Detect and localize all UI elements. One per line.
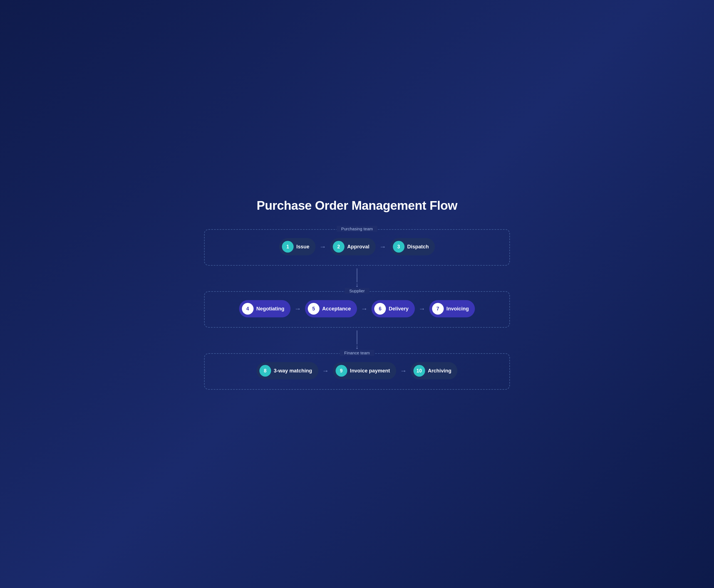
step-number-1: 1 bbox=[282, 241, 294, 253]
arrow-down: ↓ bbox=[355, 281, 359, 289]
swimlane-label-purchasing: Purchasing team bbox=[337, 226, 377, 232]
step-arrow: → bbox=[400, 367, 407, 375]
vertical-connector: ↓ bbox=[355, 268, 359, 289]
step-pill-1: 1Issue bbox=[279, 238, 316, 255]
arrow-down: ↓ bbox=[355, 343, 359, 351]
step-label-6: Delivery bbox=[389, 306, 409, 312]
step-number-3: 3 bbox=[393, 241, 405, 253]
step-pill-9: 9Invoice payment bbox=[333, 362, 396, 379]
step-number-7: 7 bbox=[432, 303, 444, 315]
step-number-9: 9 bbox=[336, 365, 347, 377]
step-label-5: Acceptance bbox=[322, 306, 351, 312]
step-pill-4: 4Negotiating bbox=[239, 300, 290, 317]
step-arrow: → bbox=[320, 243, 326, 251]
step-label-4: Negotiating bbox=[256, 306, 284, 312]
step-pill-2: 2Approval bbox=[330, 238, 376, 255]
step-number-6: 6 bbox=[374, 303, 386, 315]
step-arrow: → bbox=[419, 305, 426, 313]
steps-row-supplier: 4Negotiating→5Acceptance→6Delivery→7Invo… bbox=[216, 300, 498, 317]
step-number-2: 2 bbox=[333, 241, 345, 253]
page-container: Purchase Order Management Flow Purchasin… bbox=[204, 198, 510, 390]
swimlane-finance: Finance team83-way matching→9Invoice pay… bbox=[204, 353, 510, 390]
step-arrow: → bbox=[295, 305, 301, 313]
step-arrow: → bbox=[361, 305, 368, 313]
vertical-line bbox=[357, 331, 357, 344]
swimlane-label-finance: Finance team bbox=[340, 350, 374, 356]
step-label-9: Invoice payment bbox=[350, 368, 390, 374]
swimlane-supplier: Supplier4Negotiating→5Acceptance→6Delive… bbox=[204, 291, 510, 328]
vertical-connector: ↓ bbox=[355, 331, 359, 351]
step-number-5: 5 bbox=[308, 303, 320, 315]
steps-row-purchasing: 1Issue→2Approval→3Dispatch bbox=[216, 238, 498, 255]
step-arrow: → bbox=[380, 243, 386, 251]
step-label-3: Dispatch bbox=[407, 244, 429, 250]
steps-row-finance: 83-way matching→9Invoice payment→10Archi… bbox=[216, 362, 498, 379]
step-label-10: Archiving bbox=[428, 368, 452, 374]
step-pill-10: 10Archiving bbox=[411, 362, 458, 379]
step-label-8: 3-way matching bbox=[274, 368, 312, 374]
page-title: Purchase Order Management Flow bbox=[204, 198, 510, 212]
step-label-2: Approval bbox=[347, 244, 369, 250]
swimlane-label-supplier: Supplier bbox=[345, 288, 369, 294]
step-number-4: 4 bbox=[242, 303, 254, 315]
step-number-8: 8 bbox=[259, 365, 271, 377]
step-pill-8: 83-way matching bbox=[257, 362, 318, 379]
vertical-line bbox=[357, 268, 357, 282]
step-pill-3: 3Dispatch bbox=[390, 238, 435, 255]
step-label-7: Invoicing bbox=[447, 306, 469, 312]
swimlane-purchasing: Purchasing team1Issue→2Approval→3Dispatc… bbox=[204, 229, 510, 266]
step-arrow: → bbox=[322, 367, 329, 375]
step-number-10: 10 bbox=[413, 365, 425, 377]
step-label-1: Issue bbox=[296, 244, 309, 250]
step-pill-7: 7Invoicing bbox=[429, 300, 475, 317]
step-pill-5: 5Acceptance bbox=[305, 300, 357, 317]
step-pill-6: 6Delivery bbox=[371, 300, 415, 317]
flow-wrapper: Purchasing team1Issue→2Approval→3Dispatc… bbox=[204, 229, 510, 390]
